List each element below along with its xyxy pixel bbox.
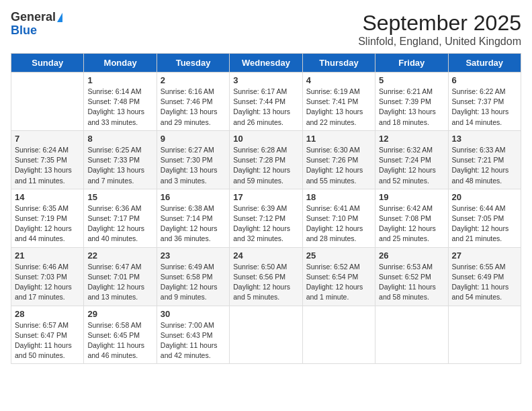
day-number: 28 <box>15 309 80 319</box>
day-of-week-header: Monday <box>84 54 157 73</box>
day-content: Sunrise: 6:22 AM Sunset: 7:37 PM Dayligh… <box>452 87 517 128</box>
day-content: Sunrise: 6:17 AM Sunset: 7:44 PM Dayligh… <box>233 87 298 128</box>
day-content: Sunrise: 6:28 AM Sunset: 7:28 PM Dayligh… <box>233 145 298 186</box>
day-number: 30 <box>161 309 226 319</box>
calendar-week-row: 1Sunrise: 6:14 AM Sunset: 7:48 PM Daylig… <box>11 73 521 131</box>
calendar-header: SundayMondayTuesdayWednesdayThursdayFrid… <box>11 54 521 73</box>
calendar-cell: 21Sunrise: 6:46 AM Sunset: 7:03 PM Dayli… <box>11 247 84 306</box>
calendar-cell: 30Sunrise: 7:00 AM Sunset: 6:43 PM Dayli… <box>157 306 229 364</box>
day-number: 9 <box>161 134 226 144</box>
day-content: Sunrise: 6:57 AM Sunset: 6:47 PM Dayligh… <box>15 320 80 361</box>
day-number: 2 <box>161 75 226 85</box>
day-content: Sunrise: 6:16 AM Sunset: 7:46 PM Dayligh… <box>161 87 226 128</box>
day-of-week-header: Saturday <box>448 54 521 73</box>
calendar-cell: 1Sunrise: 6:14 AM Sunset: 7:48 PM Daylig… <box>84 73 157 131</box>
day-content: Sunrise: 6:25 AM Sunset: 7:33 PM Dayligh… <box>87 145 152 186</box>
day-of-week-header: Thursday <box>302 54 375 73</box>
day-number: 6 <box>452 75 517 85</box>
day-of-week-header: Sunday <box>11 54 84 73</box>
calendar-cell: 6Sunrise: 6:22 AM Sunset: 7:37 PM Daylig… <box>448 73 521 131</box>
calendar-cell: 23Sunrise: 6:49 AM Sunset: 6:58 PM Dayli… <box>157 247 229 306</box>
calendar-cell: 4Sunrise: 6:19 AM Sunset: 7:41 PM Daylig… <box>302 73 375 131</box>
day-number: 27 <box>452 250 517 261</box>
day-content: Sunrise: 6:36 AM Sunset: 7:17 PM Dayligh… <box>87 203 152 244</box>
day-number: 5 <box>379 75 444 85</box>
calendar-cell: 24Sunrise: 6:50 AM Sunset: 6:56 PM Dayli… <box>230 247 302 306</box>
calendar-cell: 13Sunrise: 6:33 AM Sunset: 7:21 PM Dayli… <box>448 130 521 189</box>
calendar-cell: 12Sunrise: 6:32 AM Sunset: 7:24 PM Dayli… <box>375 130 448 189</box>
day-content: Sunrise: 6:44 AM Sunset: 7:05 PM Dayligh… <box>452 203 517 244</box>
day-number: 3 <box>233 75 298 85</box>
day-content: Sunrise: 6:21 AM Sunset: 7:39 PM Dayligh… <box>379 87 444 128</box>
day-content: Sunrise: 6:42 AM Sunset: 7:08 PM Dayligh… <box>379 203 444 244</box>
day-content: Sunrise: 6:53 AM Sunset: 6:52 PM Dayligh… <box>379 262 444 303</box>
calendar-cell: 3Sunrise: 6:17 AM Sunset: 7:44 PM Daylig… <box>230 73 302 131</box>
calendar-cell: 26Sunrise: 6:53 AM Sunset: 6:52 PM Dayli… <box>375 247 448 306</box>
day-of-week-header: Wednesday <box>230 54 302 73</box>
calendar-cell: 15Sunrise: 6:36 AM Sunset: 7:17 PM Dayli… <box>84 189 157 247</box>
logo-general-text: General <box>11 11 56 24</box>
page-header: General Blue September 2025 Slinfold, En… <box>11 11 521 48</box>
calendar-cell: 17Sunrise: 6:39 AM Sunset: 7:12 PM Dayli… <box>230 189 302 247</box>
calendar-cell: 8Sunrise: 6:25 AM Sunset: 7:33 PM Daylig… <box>84 130 157 189</box>
day-number: 25 <box>306 250 371 261</box>
day-content: Sunrise: 6:49 AM Sunset: 6:58 PM Dayligh… <box>161 262 226 303</box>
day-number: 29 <box>87 309 152 319</box>
day-content: Sunrise: 6:35 AM Sunset: 7:19 PM Dayligh… <box>15 203 80 244</box>
day-number: 22 <box>87 250 152 261</box>
day-of-week-header: Tuesday <box>157 54 229 73</box>
day-content: Sunrise: 6:58 AM Sunset: 6:45 PM Dayligh… <box>87 320 152 361</box>
day-content: Sunrise: 6:47 AM Sunset: 7:01 PM Dayligh… <box>87 262 152 303</box>
day-content: Sunrise: 6:19 AM Sunset: 7:41 PM Dayligh… <box>306 87 371 128</box>
day-content: Sunrise: 6:55 AM Sunset: 6:49 PM Dayligh… <box>452 262 517 303</box>
day-content: Sunrise: 6:39 AM Sunset: 7:12 PM Dayligh… <box>233 203 298 244</box>
calendar-cell: 29Sunrise: 6:58 AM Sunset: 6:45 PM Dayli… <box>84 306 157 364</box>
day-number: 21 <box>15 250 80 261</box>
calendar-cell <box>302 306 375 364</box>
month-year-title: September 2025 <box>358 11 521 36</box>
day-number: 7 <box>15 134 80 144</box>
day-content: Sunrise: 6:30 AM Sunset: 7:26 PM Dayligh… <box>306 145 371 186</box>
day-number: 8 <box>87 134 152 144</box>
calendar-cell: 28Sunrise: 6:57 AM Sunset: 6:47 PM Dayli… <box>11 306 84 364</box>
day-number: 13 <box>452 134 517 144</box>
day-number: 16 <box>161 192 226 202</box>
calendar-cell <box>11 73 84 131</box>
calendar-table: SundayMondayTuesdayWednesdayThursdayFrid… <box>11 53 521 364</box>
day-number: 11 <box>306 134 371 144</box>
calendar-cell: 22Sunrise: 6:47 AM Sunset: 7:01 PM Dayli… <box>84 247 157 306</box>
calendar-cell: 9Sunrise: 6:27 AM Sunset: 7:30 PM Daylig… <box>157 130 229 189</box>
day-content: Sunrise: 6:50 AM Sunset: 6:56 PM Dayligh… <box>233 262 298 303</box>
title-block: September 2025 Slinfold, England, United… <box>358 11 521 48</box>
calendar-cell: 25Sunrise: 6:52 AM Sunset: 6:54 PM Dayli… <box>302 247 375 306</box>
day-content: Sunrise: 6:24 AM Sunset: 7:35 PM Dayligh… <box>15 145 80 186</box>
day-number: 18 <box>306 192 371 202</box>
day-of-week-header: Friday <box>375 54 448 73</box>
calendar-week-row: 21Sunrise: 6:46 AM Sunset: 7:03 PM Dayli… <box>11 247 521 306</box>
logo-blue-text: Blue <box>11 24 62 38</box>
calendar-cell: 20Sunrise: 6:44 AM Sunset: 7:05 PM Dayli… <box>448 189 521 247</box>
calendar-body: 1Sunrise: 6:14 AM Sunset: 7:48 PM Daylig… <box>11 73 521 364</box>
days-of-week-row: SundayMondayTuesdayWednesdayThursdayFrid… <box>11 54 521 73</box>
calendar-cell <box>375 306 448 364</box>
calendar-cell: 16Sunrise: 6:38 AM Sunset: 7:14 PM Dayli… <box>157 189 229 247</box>
day-content: Sunrise: 6:27 AM Sunset: 7:30 PM Dayligh… <box>161 145 226 186</box>
day-number: 14 <box>15 192 80 202</box>
calendar-cell: 7Sunrise: 6:24 AM Sunset: 7:35 PM Daylig… <box>11 130 84 189</box>
day-number: 20 <box>452 192 517 202</box>
location-subtitle: Slinfold, England, United Kingdom <box>358 36 521 48</box>
logo-triangle-icon <box>57 13 62 22</box>
day-number: 26 <box>379 250 444 261</box>
calendar-cell: 11Sunrise: 6:30 AM Sunset: 7:26 PM Dayli… <box>302 130 375 189</box>
day-number: 15 <box>87 192 152 202</box>
calendar-cell: 14Sunrise: 6:35 AM Sunset: 7:19 PM Dayli… <box>11 189 84 247</box>
day-number: 19 <box>379 192 444 202</box>
day-content: Sunrise: 6:46 AM Sunset: 7:03 PM Dayligh… <box>15 262 80 303</box>
day-content: Sunrise: 6:38 AM Sunset: 7:14 PM Dayligh… <box>161 203 226 244</box>
calendar-week-row: 14Sunrise: 6:35 AM Sunset: 7:19 PM Dayli… <box>11 189 521 247</box>
day-number: 4 <box>306 75 371 85</box>
day-number: 10 <box>233 134 298 144</box>
calendar-cell: 19Sunrise: 6:42 AM Sunset: 7:08 PM Dayli… <box>375 189 448 247</box>
calendar-week-row: 7Sunrise: 6:24 AM Sunset: 7:35 PM Daylig… <box>11 130 521 189</box>
calendar-cell: 2Sunrise: 6:16 AM Sunset: 7:46 PM Daylig… <box>157 73 229 131</box>
